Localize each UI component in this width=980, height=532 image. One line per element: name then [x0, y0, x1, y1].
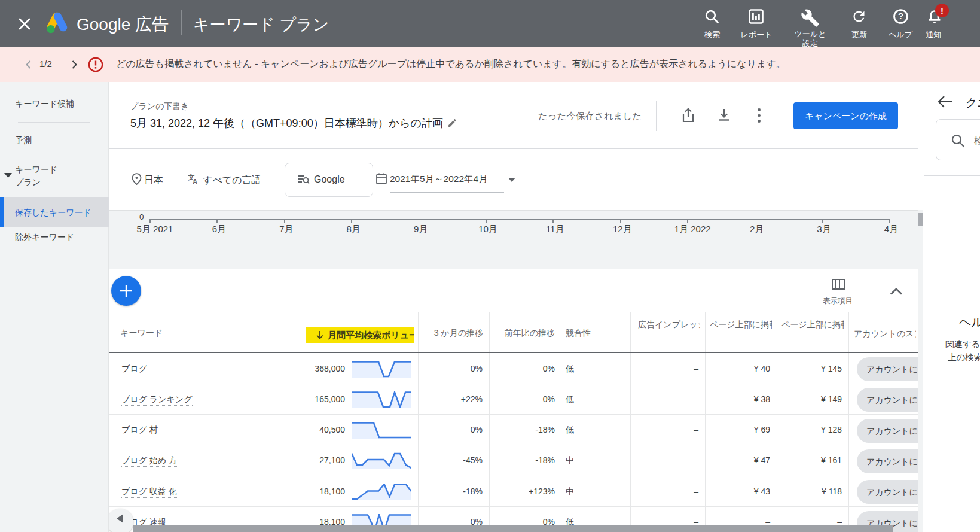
svg-text:A: A	[193, 178, 197, 184]
svg-text:?: ?	[898, 11, 903, 21]
